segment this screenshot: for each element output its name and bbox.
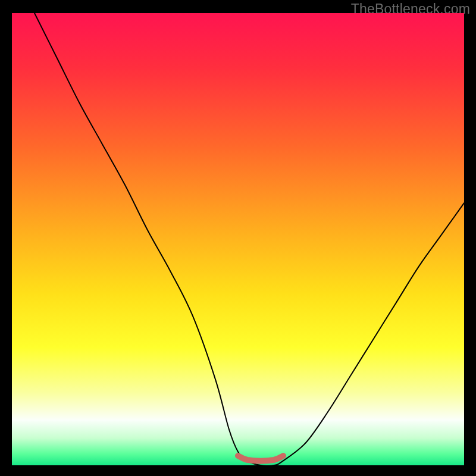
optimal-band <box>238 456 283 461</box>
band-layer <box>12 13 464 465</box>
chart-frame: TheBottleneck.com <box>0 0 476 476</box>
plot-area <box>12 13 464 465</box>
